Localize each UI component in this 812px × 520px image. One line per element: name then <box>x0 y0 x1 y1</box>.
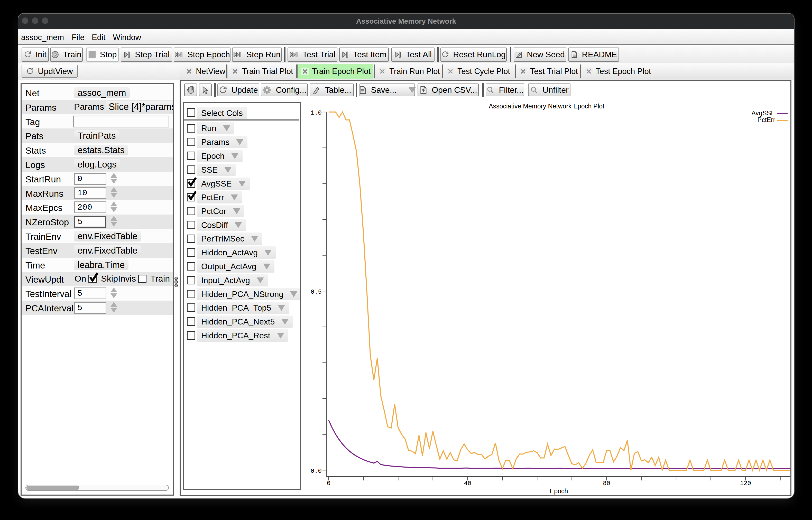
svg-text:1.0: 1.0 <box>311 109 322 116</box>
svg-text:0.0: 0.0 <box>311 468 322 474</box>
svg-text:40: 40 <box>464 480 471 487</box>
svg-text:120: 120 <box>740 480 751 487</box>
svg-text:0.5: 0.5 <box>311 288 322 295</box>
svg-text:AvgSSE: AvgSSE <box>751 109 775 116</box>
svg-text:80: 80 <box>603 480 610 487</box>
svg-text:PctErr: PctErr <box>758 116 775 123</box>
svg-text:Associative Memory Network Epo: Associative Memory Network Epoch Plot <box>489 103 604 110</box>
svg-text:Epoch: Epoch <box>550 487 568 495</box>
svg-text:0: 0 <box>327 480 331 487</box>
